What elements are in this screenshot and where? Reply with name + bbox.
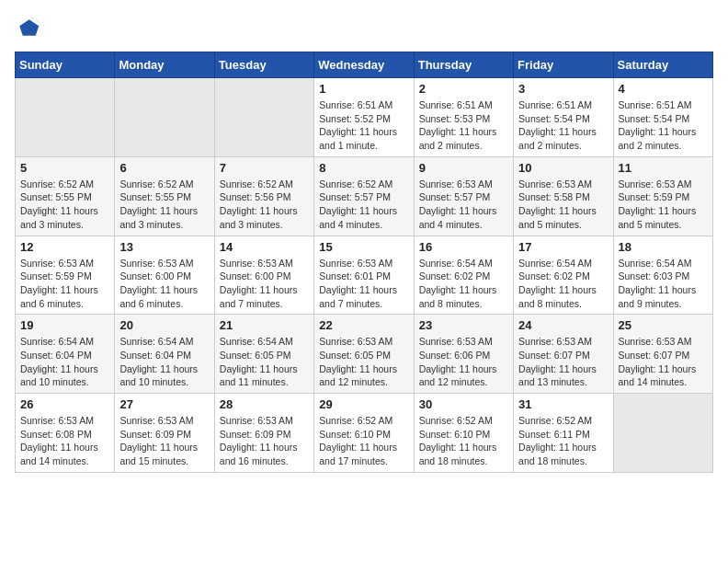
calendar-week-4: 19Sunrise: 6:54 AM Sunset: 6:04 PM Dayli… bbox=[16, 315, 713, 394]
day-info: Sunrise: 6:51 AM Sunset: 5:54 PM Dayligh… bbox=[518, 98, 608, 153]
day-info: Sunrise: 6:51 AM Sunset: 5:54 PM Dayligh… bbox=[619, 98, 708, 153]
day-info: Sunrise: 6:53 AM Sunset: 5:58 PM Dayligh… bbox=[518, 178, 608, 232]
day-info: Sunrise: 6:53 AM Sunset: 5:59 PM Dayligh… bbox=[619, 178, 708, 232]
day-info: Sunrise: 6:53 AM Sunset: 6:00 PM Dayligh… bbox=[119, 257, 209, 311]
day-number: 1 bbox=[319, 82, 408, 96]
day-info: Sunrise: 6:53 AM Sunset: 6:07 PM Dayligh… bbox=[518, 335, 608, 389]
calendar-cell: 6Sunrise: 6:52 AM Sunset: 5:55 PM Daylig… bbox=[115, 156, 214, 236]
calendar-cell: 10Sunrise: 6:53 AM Sunset: 5:58 PM Dayli… bbox=[514, 156, 613, 236]
day-number: 18 bbox=[619, 240, 708, 254]
calendar-cell: 22Sunrise: 6:53 AM Sunset: 6:05 PM Dayli… bbox=[314, 315, 414, 394]
day-info: Sunrise: 6:52 AM Sunset: 6:11 PM Dayligh… bbox=[518, 414, 608, 468]
day-number: 3 bbox=[518, 82, 608, 96]
day-info: Sunrise: 6:52 AM Sunset: 6:10 PM Dayligh… bbox=[419, 414, 508, 468]
day-info: Sunrise: 6:52 AM Sunset: 5:55 PM Dayligh… bbox=[20, 178, 109, 232]
calendar-cell bbox=[115, 78, 214, 157]
day-info: Sunrise: 6:53 AM Sunset: 6:01 PM Dayligh… bbox=[319, 257, 408, 311]
calendar-cell bbox=[613, 394, 712, 473]
day-info: Sunrise: 6:54 AM Sunset: 6:05 PM Dayligh… bbox=[220, 335, 309, 389]
weekday-header-wednesday: Wednesday bbox=[314, 52, 414, 78]
calendar-cell: 2Sunrise: 6:51 AM Sunset: 5:53 PM Daylig… bbox=[414, 78, 513, 157]
day-number: 21 bbox=[220, 318, 309, 332]
calendar-cell: 31Sunrise: 6:52 AM Sunset: 6:11 PM Dayli… bbox=[514, 394, 613, 473]
weekday-header-thursday: Thursday bbox=[414, 52, 513, 78]
calendar-week-5: 26Sunrise: 6:53 AM Sunset: 6:08 PM Dayli… bbox=[16, 394, 713, 473]
calendar-cell: 3Sunrise: 6:51 AM Sunset: 5:54 PM Daylig… bbox=[514, 78, 613, 157]
calendar-cell: 25Sunrise: 6:53 AM Sunset: 6:07 PM Dayli… bbox=[613, 315, 712, 394]
day-number: 7 bbox=[220, 161, 309, 175]
day-number: 6 bbox=[119, 161, 209, 175]
calendar-cell: 18Sunrise: 6:54 AM Sunset: 6:03 PM Dayli… bbox=[613, 236, 712, 315]
page-header bbox=[15, 15, 713, 40]
calendar-cell: 20Sunrise: 6:54 AM Sunset: 6:04 PM Dayli… bbox=[115, 315, 214, 394]
day-number: 27 bbox=[119, 397, 209, 411]
day-number: 20 bbox=[119, 318, 209, 332]
day-info: Sunrise: 6:54 AM Sunset: 6:02 PM Dayligh… bbox=[518, 257, 608, 311]
day-number: 13 bbox=[119, 240, 209, 254]
calendar-cell: 28Sunrise: 6:53 AM Sunset: 6:09 PM Dayli… bbox=[214, 394, 313, 473]
calendar-body: 1Sunrise: 6:51 AM Sunset: 5:52 PM Daylig… bbox=[16, 78, 713, 473]
day-number: 16 bbox=[419, 240, 508, 254]
day-number: 19 bbox=[20, 318, 109, 332]
calendar-cell: 15Sunrise: 6:53 AM Sunset: 6:01 PM Dayli… bbox=[314, 236, 414, 315]
day-number: 22 bbox=[319, 318, 408, 332]
day-info: Sunrise: 6:51 AM Sunset: 5:52 PM Dayligh… bbox=[319, 98, 408, 153]
calendar-cell: 19Sunrise: 6:54 AM Sunset: 6:04 PM Dayli… bbox=[16, 315, 115, 394]
calendar-cell: 16Sunrise: 6:54 AM Sunset: 6:02 PM Dayli… bbox=[414, 236, 513, 315]
calendar-table: SundayMondayTuesdayWednesdayThursdayFrid… bbox=[15, 52, 713, 473]
day-number: 14 bbox=[220, 240, 309, 254]
day-info: Sunrise: 6:51 AM Sunset: 5:53 PM Dayligh… bbox=[419, 98, 508, 153]
calendar-cell: 5Sunrise: 6:52 AM Sunset: 5:55 PM Daylig… bbox=[16, 156, 115, 236]
calendar-cell: 8Sunrise: 6:52 AM Sunset: 5:57 PM Daylig… bbox=[314, 156, 414, 236]
calendar-cell: 7Sunrise: 6:52 AM Sunset: 5:56 PM Daylig… bbox=[214, 156, 313, 236]
day-info: Sunrise: 6:53 AM Sunset: 6:09 PM Dayligh… bbox=[119, 414, 209, 468]
day-number: 4 bbox=[619, 82, 708, 96]
calendar-week-1: 1Sunrise: 6:51 AM Sunset: 5:52 PM Daylig… bbox=[16, 78, 713, 157]
svg-marker-0 bbox=[19, 19, 39, 36]
day-info: Sunrise: 6:53 AM Sunset: 6:05 PM Dayligh… bbox=[319, 335, 408, 389]
calendar-cell bbox=[214, 78, 313, 157]
calendar-header: SundayMondayTuesdayWednesdayThursdayFrid… bbox=[16, 52, 713, 78]
day-number: 17 bbox=[518, 240, 608, 254]
weekday-header-saturday: Saturday bbox=[613, 52, 712, 78]
calendar-cell: 11Sunrise: 6:53 AM Sunset: 5:59 PM Dayli… bbox=[613, 156, 712, 236]
day-info: Sunrise: 6:53 AM Sunset: 6:07 PM Dayligh… bbox=[619, 335, 708, 389]
day-info: Sunrise: 6:52 AM Sunset: 5:57 PM Dayligh… bbox=[319, 178, 408, 232]
calendar-cell: 21Sunrise: 6:54 AM Sunset: 6:05 PM Dayli… bbox=[214, 315, 313, 394]
day-info: Sunrise: 6:52 AM Sunset: 5:55 PM Dayligh… bbox=[119, 178, 209, 232]
day-info: Sunrise: 6:54 AM Sunset: 6:02 PM Dayligh… bbox=[419, 257, 508, 311]
calendar-week-3: 12Sunrise: 6:53 AM Sunset: 5:59 PM Dayli… bbox=[16, 236, 713, 315]
calendar-cell: 4Sunrise: 6:51 AM Sunset: 5:54 PM Daylig… bbox=[613, 78, 712, 157]
day-info: Sunrise: 6:53 AM Sunset: 6:09 PM Dayligh… bbox=[220, 414, 309, 468]
day-info: Sunrise: 6:54 AM Sunset: 6:03 PM Dayligh… bbox=[619, 257, 708, 311]
calendar-cell: 26Sunrise: 6:53 AM Sunset: 6:08 PM Dayli… bbox=[16, 394, 115, 473]
calendar-cell: 1Sunrise: 6:51 AM Sunset: 5:52 PM Daylig… bbox=[314, 78, 414, 157]
day-number: 30 bbox=[419, 397, 508, 411]
weekday-header-friday: Friday bbox=[514, 52, 613, 78]
calendar-cell: 24Sunrise: 6:53 AM Sunset: 6:07 PM Dayli… bbox=[514, 315, 613, 394]
day-info: Sunrise: 6:52 AM Sunset: 5:56 PM Dayligh… bbox=[220, 178, 309, 232]
day-info: Sunrise: 6:53 AM Sunset: 5:57 PM Dayligh… bbox=[419, 178, 508, 232]
calendar-cell: 9Sunrise: 6:53 AM Sunset: 5:57 PM Daylig… bbox=[414, 156, 513, 236]
day-number: 2 bbox=[419, 82, 508, 96]
calendar-cell bbox=[16, 78, 115, 157]
calendar-cell: 14Sunrise: 6:53 AM Sunset: 6:00 PM Dayli… bbox=[214, 236, 313, 315]
calendar-cell: 29Sunrise: 6:52 AM Sunset: 6:10 PM Dayli… bbox=[314, 394, 414, 473]
logo-icon bbox=[15, 15, 40, 40]
day-info: Sunrise: 6:53 AM Sunset: 5:59 PM Dayligh… bbox=[20, 257, 109, 311]
day-number: 11 bbox=[619, 161, 708, 175]
day-info: Sunrise: 6:53 AM Sunset: 6:00 PM Dayligh… bbox=[220, 257, 309, 311]
day-number: 15 bbox=[319, 240, 408, 254]
day-info: Sunrise: 6:52 AM Sunset: 6:10 PM Dayligh… bbox=[319, 414, 408, 468]
day-number: 8 bbox=[319, 161, 408, 175]
day-number: 12 bbox=[20, 240, 109, 254]
logo bbox=[15, 15, 44, 40]
day-number: 23 bbox=[419, 318, 508, 332]
day-number: 28 bbox=[220, 397, 309, 411]
calendar-week-2: 5Sunrise: 6:52 AM Sunset: 5:55 PM Daylig… bbox=[16, 156, 713, 236]
day-number: 31 bbox=[518, 397, 608, 411]
calendar-cell: 30Sunrise: 6:52 AM Sunset: 6:10 PM Dayli… bbox=[414, 394, 513, 473]
calendar-cell: 23Sunrise: 6:53 AM Sunset: 6:06 PM Dayli… bbox=[414, 315, 513, 394]
day-number: 25 bbox=[619, 318, 708, 332]
calendar-cell: 27Sunrise: 6:53 AM Sunset: 6:09 PM Dayli… bbox=[115, 394, 214, 473]
